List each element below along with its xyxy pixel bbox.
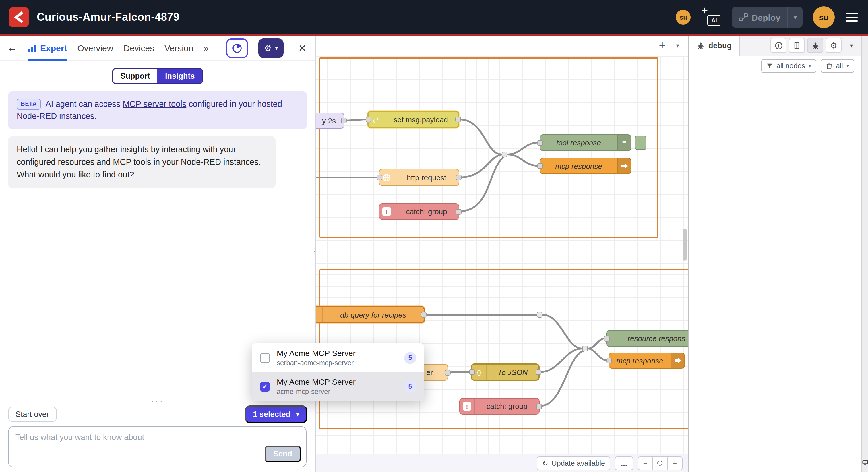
chat-input[interactable] [9,426,306,451]
deploy-button[interactable]: Deploy ▾ [732,7,803,28]
send-button[interactable]: Send [265,446,301,462]
output-port[interactable] [536,369,541,375]
output-port[interactable] [456,209,462,214]
monitor-icon[interactable] [862,457,868,467]
canvas-scrollbar[interactable] [683,229,687,261]
sidebar-menu-caret-icon[interactable]: ▾ [844,38,859,53]
sidebar-tab-config[interactable]: ⚙ [826,38,842,53]
avatar-large[interactable]: su [813,6,835,28]
update-available-button[interactable]: ↻ Update available [537,456,610,470]
input-port[interactable] [604,335,610,342]
tab-debug[interactable]: debug [689,36,740,56]
zoom-in-button[interactable]: + [668,456,683,470]
node-inject-2s[interactable]: y 2s [316,113,344,129]
wire-junction[interactable] [582,346,588,351]
output-port[interactable] [341,118,347,123]
chat-divider-dots: ··· [151,396,164,405]
input-port[interactable] [537,140,543,146]
add-flow-button[interactable]: + [659,39,665,52]
avatar-small[interactable]: su [676,10,691,25]
node-catch-top[interactable]: ! catch: group [379,203,459,220]
chat-controls: Start over 1 selected ▾ [8,405,307,423]
assistant-tabbar: ← Expert Overview Devices Version » ⚙ ▾ … [0,36,315,61]
input-port[interactable] [606,358,612,363]
node-resource-response[interactable]: resource respons [606,330,688,347]
tab-expert[interactable]: Expert [28,35,67,61]
node-db-query[interactable]: { db query for recipes [316,306,425,323]
chevron-down-icon: ▾ [846,63,849,69]
insights-pie-button[interactable] [226,38,248,58]
instance-title: Curious-Amur-Falcon-4879 [37,11,179,24]
debug-sidebar: debug ⚙ ▾ all nodes ▾ [688,36,861,472]
node-mcp-response-top[interactable]: mcp response [539,158,631,174]
deploy-icon [732,13,752,21]
close-icon[interactable]: × [296,40,308,55]
flow-list-caret-icon[interactable]: ▾ [676,42,679,49]
info-icon [775,41,782,49]
bug-icon [697,42,704,49]
sidebar-tabs: debug ⚙ ▾ [689,36,861,56]
more-tabs-icon[interactable]: » [204,43,209,53]
debug-clear-button[interactable]: all ▾ [821,59,854,73]
checkbox-unchecked[interactable] [260,353,270,363]
menu-icon[interactable] [845,11,859,24]
input-port[interactable] [469,369,475,375]
sparkle-icon [702,7,708,14]
selected-servers-button[interactable]: 1 selected ▾ [245,405,307,423]
toggle-insights[interactable]: Insights [158,69,203,83]
panel-resize-handle[interactable]: ⋮ [311,247,319,256]
server-option[interactable]: My Acme MCP Server serban-acme-mcp-serve… [252,343,424,372]
node-tool-response[interactable]: tool response ≡ [539,135,631,151]
output-port[interactable] [455,117,461,122]
support-insights-toggle: Support Insights [112,68,203,84]
node-catch-bottom[interactable]: ! catch: group [459,398,539,415]
beta-notice: BETAAI agent can access MCP server tools… [8,91,307,129]
tab-version[interactable]: Version [164,35,193,61]
gear-icon: ⚙ [264,43,272,53]
zoom-out-button[interactable]: − [638,456,653,470]
wire-junction[interactable] [502,152,507,157]
input-port[interactable] [537,163,543,169]
node-set-msg-payload[interactable]: ⇄ set msg.payload [367,111,459,128]
wire-junction[interactable] [537,312,542,318]
ai-assistant-icon[interactable]: AI [701,7,722,27]
checkbox-checked[interactable]: ✓ [260,382,270,391]
settings-dropdown-button[interactable]: ⚙ ▾ [258,38,284,58]
server-option[interactable]: ✓ My Acme MCP Server acme-mcp-server 5 [252,372,424,401]
tab-overview[interactable]: Overview [77,35,113,61]
sidebar-tab-debug[interactable] [807,38,823,53]
mcp-server-tools-link[interactable]: MCP server tools [123,99,186,109]
sidebar-tab-info[interactable] [770,38,786,53]
zoom-reset-icon [657,461,662,466]
output-port[interactable] [445,370,451,375]
chat-input-box: Send [8,426,307,467]
output-port[interactable] [421,312,427,318]
input-port[interactable] [366,117,371,122]
tool-count-badge: 5 [404,352,416,364]
output-port[interactable] [536,403,542,409]
catch-icon: ! [460,399,475,414]
deploy-caret-icon[interactable]: ▾ [788,13,803,21]
debug-filter-nodes-button[interactable]: all nodes ▾ [762,59,816,73]
chevron-down-icon: ▾ [296,411,299,417]
tab-devices[interactable]: Devices [123,35,154,61]
toggle-support[interactable]: Support [113,69,158,83]
back-arrow-icon[interactable]: ← [7,42,17,54]
sidebar-tab-help[interactable] [789,38,805,53]
canvas-toolbar: + ▾ [316,36,688,56]
node-mcp-response-bottom[interactable]: mcp response [609,353,685,368]
brace-icon: { [316,307,322,322]
output-port[interactable] [456,175,462,180]
flowfuse-logo-icon [9,7,29,27]
zoom-reset-button[interactable] [653,456,668,470]
right-edge-rail [861,36,868,472]
arrow-out-icon [617,158,631,173]
node-to-json[interactable]: {} To JSON [471,363,539,381]
start-over-button[interactable]: Start over [8,407,57,422]
input-port[interactable] [377,175,382,180]
debug-enable-toggle[interactable] [635,136,646,150]
node-http-request[interactable]: http request [379,169,459,186]
navigator-button[interactable] [615,456,633,470]
arrow-out-icon [671,353,684,368]
debug-sidebar-icon: ≡ [617,135,631,150]
